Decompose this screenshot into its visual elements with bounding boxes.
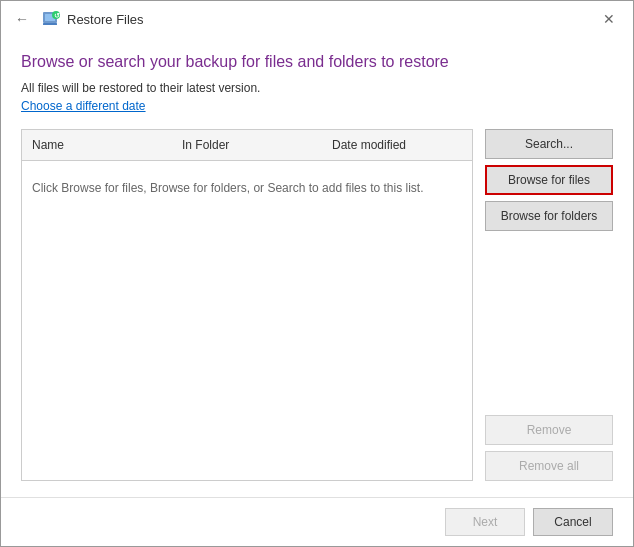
next-button[interactable]: Next (445, 508, 525, 536)
remove-button[interactable]: Remove (485, 415, 613, 445)
main-area: Name In Folder Date modified Click Brows… (21, 129, 613, 481)
right-buttons: Search... Browse for files Browse for fo… (485, 129, 613, 481)
svg-text:↺: ↺ (54, 12, 60, 19)
col-in-folder: In Folder (172, 134, 322, 156)
page-heading: Browse or search your backup for files a… (21, 53, 613, 71)
title-bar-left: ← ↺ Restore Files (9, 9, 144, 29)
cancel-button[interactable]: Cancel (533, 508, 613, 536)
search-button[interactable]: Search... (485, 129, 613, 159)
col-date-modified: Date modified (322, 134, 472, 156)
col-name: Name (22, 134, 172, 156)
close-button[interactable]: ✕ (597, 7, 621, 31)
content-area: Browse or search your backup for files a… (1, 37, 633, 497)
back-button[interactable]: ← (9, 9, 35, 29)
backup-icon: ↺ (41, 9, 61, 29)
table-body: Click Browse for files, Browse for folde… (22, 161, 472, 480)
footer: Next Cancel (1, 497, 633, 546)
remove-all-button[interactable]: Remove all (485, 451, 613, 481)
browse-folders-button[interactable]: Browse for folders (485, 201, 613, 231)
file-table: Name In Folder Date modified Click Brows… (21, 129, 473, 481)
choose-date-link[interactable]: Choose a different date (21, 99, 613, 113)
spacer (485, 237, 613, 409)
empty-message: Click Browse for files, Browse for folde… (32, 181, 423, 195)
svg-rect-2 (43, 23, 57, 25)
window: ← ↺ Restore Files ✕ Browse or search you… (0, 0, 634, 547)
browse-files-button[interactable]: Browse for files (485, 165, 613, 195)
title-bar: ← ↺ Restore Files ✕ (1, 1, 633, 37)
window-title: Restore Files (67, 12, 144, 27)
info-text: All files will be restored to their late… (21, 81, 613, 95)
table-header: Name In Folder Date modified (22, 130, 472, 161)
